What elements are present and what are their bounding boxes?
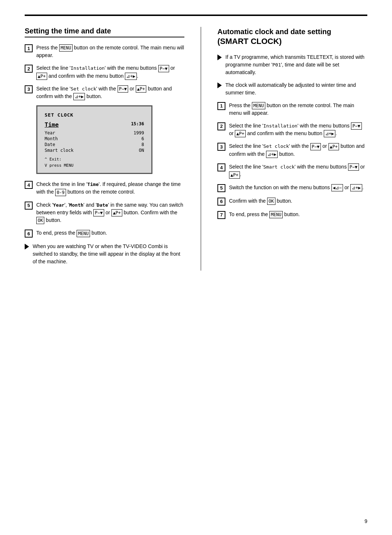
p-up-btn-3: ▲P+ [136,85,147,93]
right-step-2: 2 Select the line 'Installation' with th… [217,122,367,138]
screen-smartclock-value: ON [139,148,144,153]
right-section-title: Automatic clock and date setting (SMART … [217,27,367,47]
top-rule [25,15,367,16]
screen-time-value: 15:36 [131,121,144,128]
menu-btn-1: MENU [59,44,73,52]
p-up-btn: ▲P+ [36,73,47,80]
screen-footer-line2: V press MENU [45,163,144,169]
r-menu-btn-7: MENU [269,211,283,218]
ok-btn-5: OK [36,217,44,224]
r-ok-btn-6: OK [267,198,275,205]
note-bullet-1 [217,54,222,60]
num-btn: 0-9 [55,189,66,196]
screen-date-label: Date [45,142,55,147]
r-ok-btn-3: ⊿+▶ [266,151,278,158]
right-title-text: Automatic clock and date setting [217,28,331,36]
left-step-1: 1 Press the MENU button on the remote co… [25,44,184,59]
left-note: When you are watching TV or when the TV-… [25,243,184,266]
content-area: Setting the time and date 1 Press the ME… [25,27,367,271]
p-down-btn-3: P−▼ [118,85,128,93]
screen-footer-line1: ^ Exit: [45,157,144,163]
screen-time-row: Time 15:36 [45,121,144,128]
step-content-6: To end, press the MENU button. [36,229,184,237]
page-number: 9 [364,518,367,524]
right-step-6: 6 Confirm with the OK button. [217,197,367,206]
column-divider [201,27,201,271]
step-content-2: Select the line 'Installation' with the … [36,64,184,80]
note-bullet-2 [217,82,222,88]
note-content-1: If a TV programme, which transmits TELET… [225,53,367,76]
right-step-content-6: Confirm with the OK button. [229,197,367,205]
right-step-num-5: 5 [217,184,225,192]
r-p-down-btn-3: P−▼ [310,143,321,150]
screen-month-value: 6 [142,136,144,141]
screen-time-label: Time [45,121,59,128]
right-step-7: 7 To end, press the MENU button. [217,211,367,219]
right-note-1: If a TV programme, which transmits TELET… [217,53,367,76]
step-num-5: 5 [25,202,33,210]
screen-month-row: Month 6 [45,136,144,141]
step-num-3: 3 [25,85,33,93]
screen-year-row: Year 1999 [45,130,144,135]
right-step-content-2: Select the line 'Installation' with the … [229,122,367,138]
screen-smartclock-label: Smart clock [45,148,73,153]
left-step-4: 4 Check the time in line 'Time'. If requ… [25,181,184,196]
note-text: When you are watching TV or when the TV-… [33,243,184,266]
right-step-content-5: Switch the function on with the menu but… [229,184,367,191]
right-step-num-7: 7 [217,211,225,219]
note-content-2: The clock will automatically be adjusted… [225,81,367,97]
r-p-up-btn-4: ▲P+ [229,171,240,179]
screen-year-label: Year [45,130,55,135]
right-step-content-7: To end, press the MENU button. [229,211,367,218]
menu-btn-6: MENU [77,230,90,237]
left-step-5: 5 Check 'Year', 'Month' and 'Date' in th… [25,201,184,224]
smart-clock-subtitle: (SMART CLOCK) [217,36,367,47]
left-column: Setting the time and date 1 Press the ME… [25,27,184,271]
right-step-num-6: 6 [217,198,225,206]
r-p-down-btn: P−▼ [351,122,362,130]
p-up-btn-5: ▲P+ [111,209,122,216]
right-step-4: 4 Select the line 'Smart clock' with the… [217,163,367,179]
r-ok-btn-2: ⊿+▶ [324,130,335,137]
screen-smartclock-row: Smart clock ON [45,148,144,153]
ok-btn-2: ⊿+▶ [125,73,136,80]
right-step-num-1: 1 [217,102,225,110]
screen-date-row: Date 8 [45,142,144,147]
left-section-title: Setting the time and date [25,27,184,37]
r-right-btn-5: ⊿+▶ [350,184,362,191]
step-content-1: Press the MENU button on the remote cont… [36,44,184,59]
r-p-down-btn-4: P−▼ [348,163,359,171]
right-step-content-1: Press the MENU button on the remote cont… [229,102,367,117]
right-step-3: 3 Select the line 'Set clock' with the P… [217,142,367,158]
step-content-3: Select the line 'Set clock' with the P−▼… [36,85,184,101]
r-p-up-btn-3: ▲P+ [328,143,339,150]
screen-footer: ^ Exit: V press MENU [45,157,144,169]
screen-date-value: 8 [142,142,144,147]
r-menu-btn-1: MENU [252,102,265,109]
page-container: Setting the time and date 1 Press the ME… [0,0,392,535]
left-step-2: 2 Select the line 'Installation' with th… [25,64,184,80]
set-clock-screen: SET CLOCK Time 15:36 Year 1999 Month 6 D… [36,105,152,174]
right-step-num-4: 4 [217,163,225,171]
left-step-6: 6 To end, press the MENU button. [25,229,184,238]
screen-month-label: Month [45,136,58,141]
step-num-6: 6 [25,230,33,238]
step-num-4: 4 [25,181,33,189]
ok-btn-3: ⊿+▶ [73,93,85,100]
step-num-1: 1 [25,44,33,52]
right-step-content-4: Select the line 'Smart clock' with the m… [229,163,367,179]
p-down-btn-5: P−▼ [93,209,104,216]
step-num-2: 2 [25,65,33,73]
right-note-2: The clock will automatically be adjusted… [217,81,367,97]
step-content-4: Check the time in line 'Time'. If requir… [36,181,184,196]
right-step-1: 1 Press the MENU button on the remote co… [217,102,367,117]
right-step-num-2: 2 [217,122,225,130]
right-step-num-3: 3 [217,143,225,151]
right-step-content-3: Select the line 'Set clock' with the P−▼… [229,142,367,158]
screen-title: SET CLOCK [45,112,144,118]
r-left-btn-5: ◀⊿− [331,184,343,191]
step-content-5: Check 'Year', 'Month' and 'Date' in the … [36,201,184,224]
screen-year-value: 1999 [134,130,144,135]
right-column: Automatic clock and date setting (SMART … [217,27,367,224]
right-step-5: 5 Switch the function on with the menu b… [217,184,367,192]
